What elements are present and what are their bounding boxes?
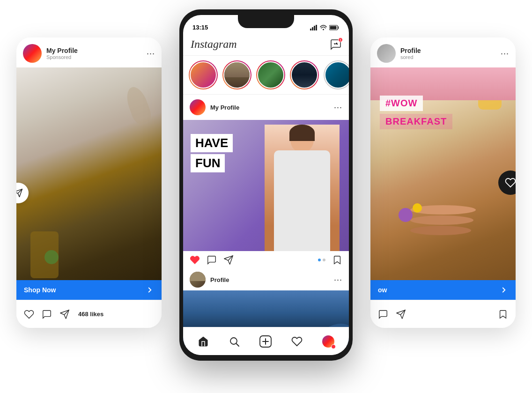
bottom-nav [183, 327, 349, 355]
story-2-inner [223, 61, 251, 89]
save-button[interactable] [332, 255, 342, 265]
nav-heart[interactable] [291, 336, 303, 347]
right-more-options[interactable]: ··· [501, 49, 509, 59]
story-1[interactable] [189, 60, 218, 89]
flower-1 [399, 208, 413, 222]
three-dots-icon: ··· [147, 49, 155, 58]
fun-text: FUN [191, 154, 225, 172]
hair [289, 125, 315, 141]
right-send-icon[interactable] [396, 309, 406, 319]
right-bookmark[interactable] [498, 309, 508, 319]
wow-text-overlay: #WOW BREAKFAST [380, 96, 506, 129]
post1-actions [183, 251, 349, 269]
post2-header-left: Profile [190, 272, 229, 288]
comment-button[interactable] [207, 255, 217, 265]
status-icons [310, 25, 340, 30]
comment-icon[interactable] [42, 309, 52, 319]
nav-profile[interactable] [322, 335, 334, 348]
bottom-actions: 468 likes [16, 300, 162, 328]
woman-figure [265, 125, 340, 251]
right-profile-info: Profile sored [400, 47, 421, 60]
post1-image: HAVE FUN [183, 120, 349, 251]
post1-header-left: My Profile [190, 99, 239, 115]
story-1-inner [190, 61, 217, 89]
notification-badge: 1 [338, 37, 343, 42]
like-button[interactable] [190, 255, 200, 265]
have-fun-overlay: HAVE FUN [191, 134, 233, 172]
right-avatar [377, 44, 396, 63]
leaf-decor [44, 250, 59, 264]
post2-header: Profile ··· [183, 269, 349, 290]
pancake-2 [410, 215, 473, 225]
svg-line-14 [236, 343, 239, 346]
sponsored-label: Sponsored [46, 54, 78, 60]
activity-dot [331, 344, 336, 349]
badge-count: 1 [340, 38, 341, 41]
send-float-icon [16, 188, 23, 198]
dot-1 [323, 259, 325, 261]
nav-home[interactable] [198, 336, 209, 347]
story-4-inner [291, 61, 318, 89]
post2-username: Profile [210, 276, 229, 283]
right-shop-now-label: ow [378, 286, 387, 294]
story-4[interactable] [290, 60, 319, 89]
add-icon [259, 335, 272, 348]
story-3[interactable] [256, 60, 285, 89]
svg-rect-5 [312, 27, 313, 30]
post1-more-icon[interactable]: ··· [334, 103, 342, 112]
left-phone: My Profile Sponsored ··· Shop Now [16, 37, 162, 328]
right-shop-now-bar[interactable]: ow [370, 280, 516, 300]
right-phone-header: Profile sored ··· [370, 37, 516, 67]
have-text: HAVE [191, 134, 233, 152]
story-5[interactable] [324, 60, 349, 89]
svg-rect-10 [330, 26, 337, 29]
instagram-logo: Instagram [191, 38, 237, 51]
battery-icon [329, 25, 340, 30]
time: 13:15 [192, 24, 208, 31]
chevron-right-icon [146, 286, 154, 294]
send-icon[interactable] [59, 309, 70, 319]
notch [238, 15, 294, 28]
avatar-face [190, 272, 206, 281]
svg-rect-6 [314, 26, 315, 30]
profile-name: My Profile [46, 47, 78, 54]
nav-add[interactable] [259, 335, 272, 348]
flower-2 [413, 203, 422, 213]
right-bottom-actions [370, 300, 516, 328]
svg-point-8 [323, 29, 324, 30]
home-icon [198, 336, 209, 347]
heart-icon[interactable] [24, 309, 34, 319]
right-profile-name: Profile [400, 47, 421, 54]
post1-avatar[interactable] [190, 99, 206, 115]
post-image-food: #WOW BREAKFAST [370, 67, 516, 283]
svg-rect-4 [310, 29, 311, 30]
story-5-inner [325, 61, 349, 89]
post2-more-icon[interactable]: ··· [334, 275, 342, 285]
pancake-3 [410, 226, 471, 235]
post1-header: My Profile ··· [183, 95, 349, 120]
search-icon [229, 336, 240, 347]
right-phone: Profile sored ··· #WOW BREAKFAST o [370, 37, 516, 328]
instagram-header: Instagram 1 [183, 36, 349, 56]
right-chevron-icon [500, 286, 508, 294]
story-2[interactable] [222, 60, 251, 89]
post2-avatar[interactable] [190, 272, 206, 288]
wow-hash: #WOW [380, 96, 423, 111]
person-silhouette [224, 62, 250, 77]
heart-float-icon [505, 177, 516, 188]
signal-icon [310, 25, 318, 30]
breakfast-text: BREAKFAST [380, 114, 452, 129]
right-comment-icon[interactable] [378, 309, 388, 319]
share-button[interactable] [223, 255, 234, 265]
screen: 13:15 [183, 15, 349, 355]
more-options[interactable]: ··· [147, 49, 155, 59]
stories-row [183, 56, 349, 95]
right-sponsored-label: sored [400, 54, 421, 60]
profile-info: My Profile Sponsored [46, 47, 78, 60]
svg-rect-7 [316, 25, 317, 30]
messenger-button[interactable]: 1 [330, 39, 341, 50]
shop-now-bar[interactable]: Shop Now [16, 280, 162, 300]
nav-search[interactable] [229, 336, 240, 347]
bookmark-icon [498, 309, 508, 319]
left-phone-header: My Profile Sponsored ··· [16, 37, 162, 67]
